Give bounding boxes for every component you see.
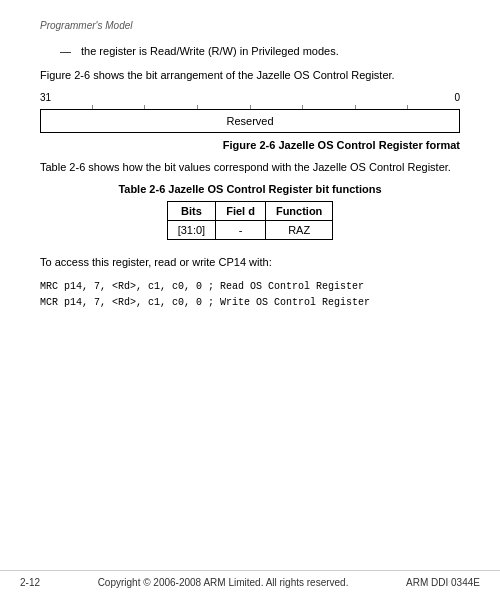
copyright-text: Copyright © 2006-2008 ARM Limited. All r… bbox=[98, 577, 349, 588]
cell-function: RAZ bbox=[265, 221, 332, 240]
cell-field: - bbox=[216, 221, 266, 240]
register-diagram: 31 0 Reserved bbox=[40, 92, 460, 133]
header-label: Programmer's Model bbox=[40, 20, 460, 31]
dash-item: — the register is Read/Write (R/W) in Pr… bbox=[40, 45, 460, 57]
page-footer: 2-12 Copyright © 2006-2008 ARM Limited. … bbox=[0, 570, 500, 588]
tick-6 bbox=[303, 105, 356, 109]
access-text: To access this register, read or write C… bbox=[40, 254, 460, 271]
register-tick-line bbox=[40, 105, 460, 109]
col-header-field: Fiel d bbox=[216, 202, 266, 221]
dash-text: the register is Read/Write (R/W) in Priv… bbox=[81, 45, 339, 57]
page-container: Programmer's Model — the register is Rea… bbox=[0, 0, 500, 600]
code-line-2: MCR p14, 7, <Rd>, c1, c0, 0 ; Write OS C… bbox=[40, 295, 460, 311]
tick-2 bbox=[93, 105, 146, 109]
bit-high: 31 bbox=[40, 92, 51, 103]
doc-id: ARM DDI 0344E bbox=[406, 577, 480, 588]
register-reserved-box: Reserved bbox=[40, 109, 460, 133]
tick-5 bbox=[251, 105, 304, 109]
tick-7 bbox=[356, 105, 409, 109]
tick-3 bbox=[145, 105, 198, 109]
table-row: [31:0] - RAZ bbox=[167, 221, 333, 240]
figure-label: Figure 2-6 Jazelle OS Control Register f… bbox=[40, 139, 460, 151]
col-header-function: Function bbox=[265, 202, 332, 221]
bit-low: 0 bbox=[454, 92, 460, 103]
table-intro: Table 2-6 shows how the bit values corre… bbox=[40, 159, 460, 176]
col-header-bits: Bits bbox=[167, 202, 216, 221]
table-title: Table 2-6 Jazelle OS Control Register bi… bbox=[40, 183, 460, 195]
tick-4 bbox=[198, 105, 251, 109]
code-line-1: MRC p14, 7, <Rd>, c1, c0, 0 ; Read OS Co… bbox=[40, 279, 460, 295]
cell-bits: [31:0] bbox=[167, 221, 216, 240]
bit-functions-table: Bits Fiel d Function [31:0] - RAZ bbox=[167, 201, 334, 240]
reserved-label: Reserved bbox=[226, 115, 273, 127]
register-bit-numbers: 31 0 bbox=[40, 92, 460, 103]
code-block: MRC p14, 7, <Rd>, c1, c0, 0 ; Read OS Co… bbox=[40, 279, 460, 311]
figure-reference: Figure 2-6 shows the bit arrangement of … bbox=[40, 67, 460, 84]
page-number: 2-12 bbox=[20, 577, 40, 588]
tick-8 bbox=[408, 105, 460, 109]
tick-1 bbox=[40, 105, 93, 109]
dash-symbol: — bbox=[60, 45, 71, 57]
